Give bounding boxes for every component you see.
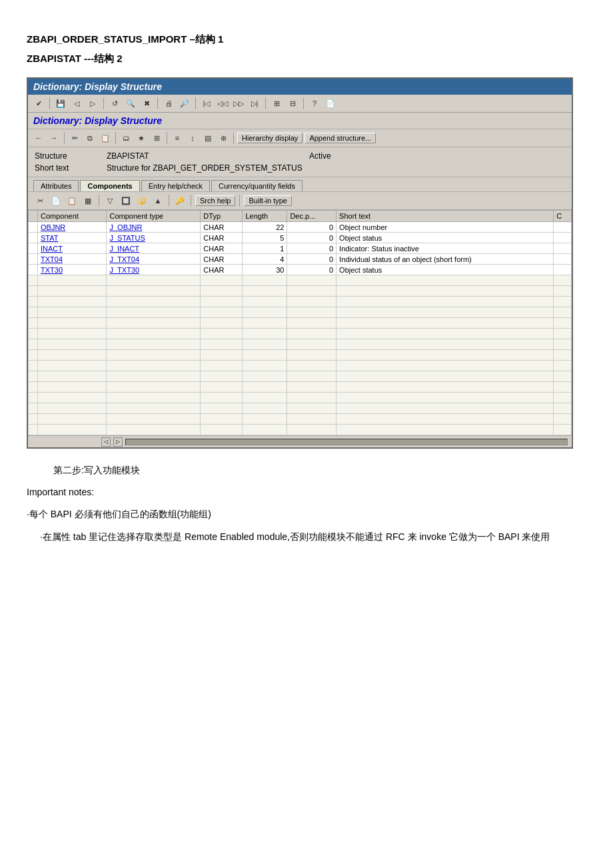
cell-component[interactable]: TXT04: [38, 254, 107, 265]
row-indicator-empty: [29, 297, 38, 307]
structure-label: Structure: [35, 151, 101, 161]
components-table: Component Component type DTyp Length Dec…: [28, 210, 572, 435]
copy-icon[interactable]: ⧉: [83, 131, 97, 145]
cell-empty: [201, 275, 243, 286]
check-icon[interactable]: ✔: [32, 97, 45, 110]
tab-attributes[interactable]: Attributes: [33, 180, 79, 191]
cell-c: [554, 254, 572, 265]
cell-empty: [38, 403, 107, 414]
scroll-left-button[interactable]: ◁: [101, 437, 111, 447]
help-icon[interactable]: ?: [308, 97, 321, 110]
cell-empty: [38, 393, 107, 403]
table-toolbar-sep2: [169, 195, 169, 207]
horizontal-scrollbar: ◁ ▷: [28, 435, 572, 447]
cell-component[interactable]: INACT: [38, 243, 107, 254]
table-row-empty: [29, 371, 572, 382]
search-icon[interactable]: 🔍: [124, 97, 137, 110]
cell-component-type[interactable]: J_TXT30: [107, 265, 201, 275]
cell-empty: [287, 361, 336, 371]
filter-icon[interactable]: ⊞: [150, 131, 163, 145]
tab-entry-help[interactable]: Entry help/check: [141, 180, 210, 191]
row-indicator: [29, 222, 38, 233]
cell-length: 4: [243, 254, 287, 265]
edit-icon[interactable]: ✏: [68, 131, 81, 145]
cell-empty: [287, 393, 336, 403]
cell-dtyp: CHAR: [201, 222, 243, 233]
cell-empty: [107, 297, 201, 307]
cell-empty: [38, 371, 107, 382]
cell-component[interactable]: STAT: [38, 233, 107, 243]
cell-empty: [336, 297, 554, 307]
paste-icon[interactable]: 📋: [99, 131, 112, 145]
cell-empty: [287, 425, 336, 435]
table-sort-icon[interactable]: ▽: [103, 194, 117, 207]
cell-empty: [107, 371, 201, 382]
cell-empty: [287, 286, 336, 297]
cell-empty: [201, 414, 243, 425]
cell-component-type[interactable]: J_OBJNR: [107, 222, 201, 233]
table-row-empty: [29, 393, 572, 403]
tab-currency[interactable]: Currency/quantity fields: [211, 180, 303, 191]
row-indicator-empty: [29, 425, 38, 435]
cell-empty: [554, 297, 572, 307]
cell-empty: [554, 393, 572, 403]
cell-empty: [243, 329, 287, 339]
cut-icon[interactable]: ✂: [33, 194, 47, 207]
cell-component-type[interactable]: J_STATUS: [107, 233, 201, 243]
table-row-empty: [29, 382, 572, 393]
first-icon[interactable]: |◁: [200, 97, 213, 110]
list-icon[interactable]: ≡: [171, 131, 184, 145]
cell-empty: [201, 339, 243, 350]
hierarchy-display-button[interactable]: Hierarchy display: [237, 133, 303, 143]
nav-fwd-icon[interactable]: ▷: [86, 97, 99, 110]
layout-icon[interactable]: ⊟: [286, 97, 299, 110]
table-up-icon[interactable]: ▲: [151, 194, 165, 207]
info-icon[interactable]: 📄: [324, 97, 337, 110]
last-icon[interactable]: ▷|: [248, 97, 261, 110]
sort-icon[interactable]: ↕: [186, 131, 199, 145]
table-filter-icon[interactable]: ▦: [81, 194, 95, 207]
table-key-icon[interactable]: 🔑: [173, 194, 187, 207]
col-dtyp: DTyp: [201, 211, 243, 222]
cell-empty: [38, 382, 107, 393]
row-indicator-empty: [29, 339, 38, 350]
scroll-right-button[interactable]: ▷: [113, 437, 123, 447]
srch-help-button[interactable]: Srch help: [195, 195, 235, 206]
cell-empty: [554, 425, 572, 435]
table-help-icon[interactable]: 🔱: [135, 194, 149, 207]
prev-icon[interactable]: ◁◁: [216, 97, 229, 110]
save-icon[interactable]: 💾: [54, 97, 67, 110]
cancel-icon[interactable]: ✖: [140, 97, 153, 110]
find-icon[interactable]: 🔎: [178, 97, 191, 110]
insert-icon[interactable]: ⊕: [217, 131, 230, 145]
table-toolbar-sep4: [239, 195, 240, 207]
format-icon[interactable]: ▤: [201, 131, 215, 145]
scroll-track[interactable]: [125, 439, 568, 445]
tab-components[interactable]: Components: [80, 180, 139, 191]
nav-back-icon[interactable]: ◁: [70, 97, 83, 110]
cell-decp: 0: [287, 222, 336, 233]
print-icon[interactable]: 🖨: [162, 97, 175, 110]
next-icon[interactable]: ▷▷: [232, 97, 245, 110]
cell-component[interactable]: OBJNR: [38, 222, 107, 233]
bullet-item-2: ·在属性 tab 里记住选择存取类型是 Remote Enabled modul…: [27, 529, 586, 545]
table-row-empty: [29, 307, 572, 318]
append-structure-button[interactable]: Append structure...: [305, 133, 376, 143]
toolbar2-sep3: [167, 132, 167, 144]
cell-component[interactable]: TXT30: [38, 265, 107, 275]
built-in-type-button[interactable]: Built-in type: [244, 195, 291, 206]
cell-empty: [201, 318, 243, 329]
table-find-icon[interactable]: 🔲: [119, 194, 133, 207]
cell-dtyp: CHAR: [201, 233, 243, 243]
table-copy-icon[interactable]: 📄: [49, 194, 63, 207]
star-icon[interactable]: ★: [135, 131, 148, 145]
table-paste-icon[interactable]: 📋: [65, 194, 79, 207]
fwd-arrow-icon[interactable]: →: [47, 131, 61, 145]
back-arrow-icon[interactable]: ←: [32, 131, 45, 145]
refresh-icon[interactable]: ↺: [108, 97, 121, 110]
cell-empty: [336, 307, 554, 318]
cell-component-type[interactable]: J_TXT04: [107, 254, 201, 265]
cell-component-type[interactable]: J_INACT: [107, 243, 201, 254]
object-icon[interactable]: 🗂: [119, 131, 133, 145]
grid-icon[interactable]: ⊞: [270, 97, 283, 110]
